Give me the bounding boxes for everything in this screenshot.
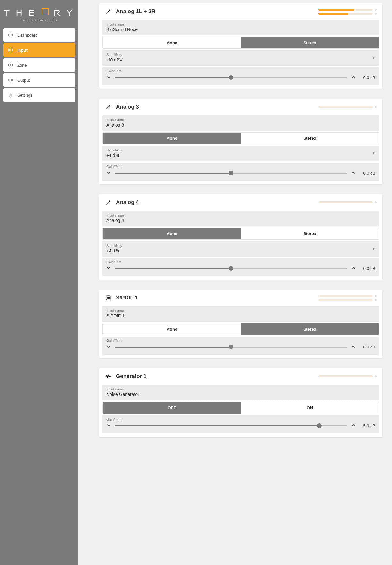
field-label: Sensitivity — [106, 53, 372, 57]
nav-label: Output — [17, 78, 30, 83]
clip-indicator — [375, 106, 377, 108]
svg-point-7 — [10, 94, 12, 96]
level-meter — [318, 201, 373, 203]
gear-icon — [8, 92, 13, 98]
gain-increase-button[interactable] — [351, 170, 355, 176]
power-off-button[interactable]: OFF — [103, 402, 241, 414]
nav-item-settings[interactable]: Settings — [3, 88, 75, 102]
gauge-icon — [8, 32, 13, 38]
gain-decrease-button[interactable] — [106, 423, 111, 428]
gain-value: 0.0 dB — [359, 75, 375, 80]
mode-mono-button[interactable]: Mono — [103, 228, 241, 239]
brand-name: T H E R Y — [3, 8, 75, 18]
field-label: Gain/Trim — [106, 339, 375, 342]
mode-toggle: MonoStereo — [102, 323, 379, 335]
level-meter — [318, 299, 373, 301]
mode-mono-button[interactable]: Mono — [103, 133, 241, 144]
chevron-down-icon: ▼ — [372, 151, 375, 155]
mode-stereo-button[interactable]: Stereo — [241, 323, 379, 335]
sensitivity-select[interactable]: Sensitivity -10 dBV ▼ — [102, 50, 379, 66]
level-meter — [318, 9, 373, 11]
card-title: Generator 1 — [116, 373, 318, 380]
svg-point-6 — [10, 79, 12, 81]
gain-slider[interactable] — [115, 265, 347, 272]
level-meter — [318, 13, 373, 15]
level-meter — [318, 295, 373, 297]
input-name-value: S/PDIF 1 — [106, 313, 375, 318]
card-title: Analog 3 — [116, 104, 318, 110]
gain-slider[interactable] — [115, 170, 347, 176]
power-on-button[interactable]: ON — [241, 402, 379, 414]
card-title: Analog 1L + 2R — [116, 8, 318, 15]
gain-increase-button[interactable] — [351, 423, 355, 428]
level-meters — [318, 106, 377, 108]
mode-mono-button[interactable]: Mono — [103, 37, 241, 48]
sensitivity-select[interactable]: Sensitivity +4 dBu ▼ — [102, 241, 379, 257]
input-name-field[interactable]: Input name Analog 3 — [102, 115, 379, 131]
gain-trim-field: Gain/Trim -5.9 dB — [102, 415, 379, 433]
gain-decrease-button[interactable] — [106, 266, 111, 271]
gain-decrease-button[interactable] — [106, 170, 111, 176]
sensitivity-value: +4 dBu — [106, 153, 372, 158]
input-name-field[interactable]: Input name BluSound Node — [102, 20, 379, 35]
gain-value: 0.0 dB — [359, 345, 375, 349]
clip-indicator — [375, 375, 377, 377]
jack-icon — [105, 199, 111, 206]
nav-label: Input — [17, 48, 28, 53]
level-meters — [318, 295, 377, 301]
power-toggle: OFFON — [102, 402, 379, 414]
gain-slider[interactable] — [115, 74, 347, 81]
card-header: Generator 1 — [99, 368, 382, 385]
mode-stereo-button[interactable]: Stereo — [241, 37, 379, 48]
field-label: Gain/Trim — [106, 69, 375, 73]
gain-increase-button[interactable] — [351, 75, 355, 80]
clip-indicator — [375, 201, 377, 203]
level-meter — [318, 106, 373, 108]
gain-decrease-button[interactable] — [106, 75, 111, 80]
mode-toggle: MonoStereo — [102, 37, 379, 49]
brand-logo: T H E R Y THEORY AUDIO DESIGN — [3, 3, 75, 28]
sensitivity-select[interactable]: Sensitivity +4 dBu ▼ — [102, 146, 379, 161]
clip-indicator — [375, 9, 377, 11]
field-label: Input name — [106, 213, 375, 217]
input-name-value: Noise Generator — [106, 392, 375, 397]
mode-mono-button[interactable]: Mono — [103, 323, 241, 335]
input-name-field[interactable]: Input name Noise Generator — [102, 385, 379, 400]
input-name-value: BluSound Node — [106, 27, 375, 32]
sidebar: T H E R Y THEORY AUDIO DESIGN DashboardI… — [0, 0, 78, 565]
gain-increase-button[interactable] — [351, 266, 355, 271]
clip-indicator — [375, 13, 377, 15]
nav-item-input[interactable]: Input — [3, 43, 75, 57]
card-header: Analog 4 — [99, 194, 382, 211]
nav-item-zone[interactable]: Zone — [3, 58, 75, 72]
gain-increase-button[interactable] — [351, 344, 355, 349]
gain-slider[interactable] — [115, 422, 347, 429]
field-label: Gain/Trim — [106, 260, 375, 264]
mode-toggle: MonoStereo — [102, 228, 379, 240]
card-title: Analog 4 — [116, 199, 318, 206]
sensitivity-value: -10 dBV — [106, 57, 372, 62]
field-label: Sensitivity — [106, 244, 372, 248]
sensitivity-value: +4 dBu — [106, 248, 372, 253]
spdif-icon — [105, 295, 111, 301]
wave-icon — [105, 373, 111, 380]
field-label: Input name — [106, 22, 375, 26]
mode-stereo-button[interactable]: Stereo — [241, 228, 379, 239]
nav-item-output[interactable]: Output — [3, 73, 75, 87]
input-name-field[interactable]: Input name Analog 4 — [102, 211, 379, 226]
output-icon — [8, 77, 13, 83]
field-label: Sensitivity — [106, 148, 372, 152]
speaker-icon — [8, 62, 13, 68]
input-name-field[interactable]: Input name S/PDIF 1 — [102, 306, 379, 322]
gain-decrease-button[interactable] — [106, 344, 111, 349]
nav-item-dashboard[interactable]: Dashboard — [3, 28, 75, 42]
gain-value: -5.9 dB — [359, 423, 375, 428]
gain-slider[interactable] — [115, 344, 347, 350]
gain-value: 0.0 dB — [359, 171, 375, 176]
level-meters — [318, 201, 377, 203]
jack-icon — [105, 8, 111, 15]
field-label: Input name — [106, 387, 375, 391]
input-card: Generator 1 Input name Noise Generator O… — [99, 368, 382, 437]
mode-stereo-button[interactable]: Stereo — [241, 133, 379, 144]
field-label: Gain/Trim — [106, 165, 375, 168]
